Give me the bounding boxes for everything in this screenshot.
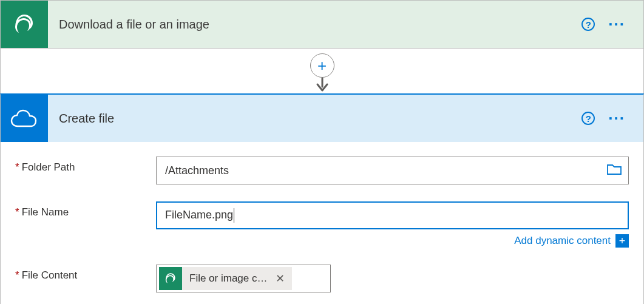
dataverse-swirl-icon bbox=[159, 267, 182, 290]
dataverse-swirl-icon bbox=[1, 1, 48, 48]
plus-icon: + bbox=[317, 59, 327, 72]
step2-header[interactable]: Create file ? ··· bbox=[1, 95, 643, 142]
file-name-label: *File Name bbox=[15, 201, 156, 218]
connector-area: + bbox=[0, 49, 644, 93]
more-menu-button[interactable]: ··· bbox=[608, 21, 625, 27]
insert-step-button[interactable]: + bbox=[310, 53, 334, 78]
step-download-file: Download a file or an image ? ··· bbox=[0, 0, 644, 49]
folder-path-value: /Attachments bbox=[165, 164, 606, 177]
text-cursor bbox=[234, 208, 234, 223]
token-label: File or image c… bbox=[182, 272, 273, 285]
field-row-file-content: *File Content File or image c… ✕ bbox=[15, 265, 629, 292]
token-remove-button[interactable]: ✕ bbox=[273, 272, 292, 285]
file-name-value: FileName.png bbox=[165, 208, 622, 223]
onedrive-cloud-icon bbox=[1, 95, 48, 142]
file-name-input[interactable]: FileName.png bbox=[156, 201, 629, 229]
folder-path-input[interactable]: /Attachments bbox=[156, 157, 629, 184]
file-content-input[interactable]: File or image c… ✕ bbox=[156, 265, 331, 292]
step2-title: Create file bbox=[48, 112, 581, 126]
add-dynamic-content-link[interactable]: Add dynamic content bbox=[514, 235, 611, 247]
folder-picker-icon[interactable] bbox=[606, 163, 622, 178]
help-icon[interactable]: ? bbox=[581, 112, 595, 125]
step-create-file: Create file ? ··· *Folder Path /Attachme… bbox=[0, 93, 644, 304]
folder-path-label: *Folder Path bbox=[15, 157, 156, 174]
field-row-folder-path: *Folder Path /Attachments bbox=[15, 157, 629, 184]
help-icon[interactable]: ? bbox=[581, 18, 595, 31]
step1-title: Download a file or an image bbox=[48, 18, 581, 32]
arrow-down-icon bbox=[313, 76, 331, 97]
step1-header[interactable]: Download a file or an image ? ··· bbox=[1, 1, 643, 48]
more-menu-button[interactable]: ··· bbox=[608, 115, 625, 121]
dynamic-content-token[interactable]: File or image c… ✕ bbox=[159, 267, 292, 290]
file-content-label: *File Content bbox=[15, 265, 156, 282]
add-dynamic-content-button[interactable]: + bbox=[615, 234, 629, 248]
step2-body: *Folder Path /Attachments *File Name Fil… bbox=[1, 142, 643, 304]
field-row-file-name: *File Name FileName.png Add dynamic cont… bbox=[15, 201, 629, 248]
